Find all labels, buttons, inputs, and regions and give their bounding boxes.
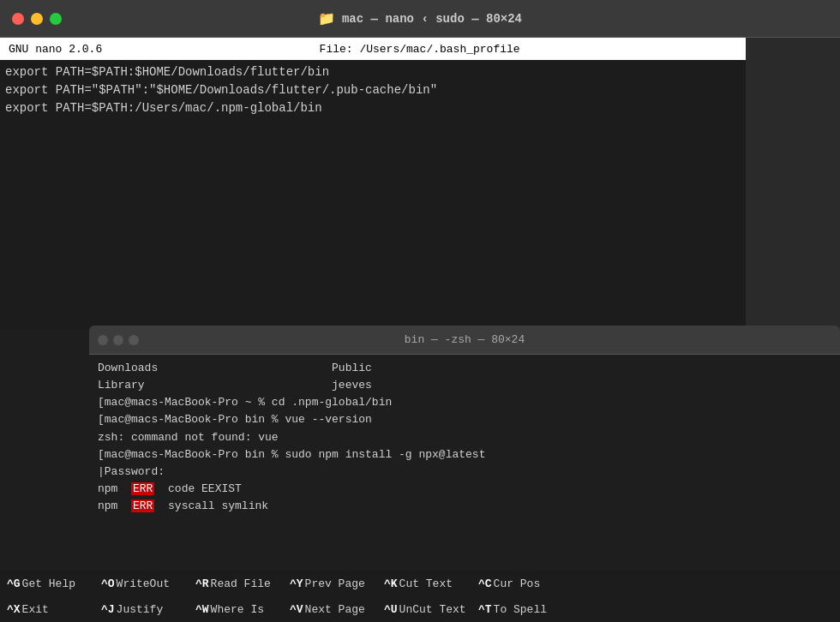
minimize-button[interactable] — [31, 13, 43, 25]
terminal-title-bar: bin — -zsh — 80×24 — [89, 326, 840, 355]
shortcut-label[interactable]: Justify — [117, 603, 164, 616]
shortcut-label[interactable]: Next Page — [305, 603, 365, 616]
shortcut-label[interactable]: WriteOut — [117, 577, 170, 590]
folder-icon: 📁 — [318, 10, 335, 27]
shortcut-key: ^W — [195, 603, 209, 616]
nano-content[interactable]: export PATH=$PATH:$HOME/Downloads/flutte… — [0, 60, 746, 329]
terminal-traffic-lights — [98, 335, 139, 345]
shortcut-item: ^WWhere Is — [192, 596, 286, 622]
shortcut-row-2: ^XExit^JJustify^WWhere Is^VNext Page^UUn… — [0, 596, 840, 622]
shortcut-key: ^Y — [290, 577, 303, 590]
shortcut-label[interactable]: Where Is — [211, 603, 264, 616]
shortcut-label[interactable]: Exit — [22, 603, 49, 616]
shortcut-item: ^GGet Help — [3, 571, 98, 596]
shortcut-key: ^T — [478, 603, 492, 616]
shortcut-label[interactable]: Read File — [211, 577, 271, 590]
title-bar: 📁 mac — nano ‹ sudo — 80×24 — [0, 0, 840, 38]
nano-filename: File: /Users/mac/.bash_profile — [102, 43, 737, 56]
shortcut-item: ^UUnCut Text — [381, 596, 475, 622]
shortcut-key: ^G — [7, 577, 21, 590]
shortcut-key: ^R — [195, 577, 209, 590]
shortcut-key: ^V — [290, 603, 303, 616]
shortcut-item: ^CCur Pos — [475, 571, 569, 596]
nano-editor[interactable]: GNU nano 2.0.6 File: /Users/mac/.bash_pr… — [0, 38, 746, 329]
shortcut-label[interactable]: Get Help — [22, 577, 75, 590]
shortcut-row-1: ^GGet Help^OWriteOut^RRead File^YPrev Pa… — [0, 571, 840, 596]
shortcut-item: ^XExit — [3, 596, 98, 622]
shortcut-key: ^O — [101, 577, 115, 590]
shortcut-key: ^K — [384, 577, 398, 590]
shortcut-item: ^KCut Text — [381, 571, 475, 596]
shortcut-label[interactable]: Cur Pos — [494, 577, 541, 590]
error-badge: ERR — [131, 499, 154, 512]
shortcut-item: ^OWriteOut — [98, 571, 192, 596]
terminal-title-text: bin — -zsh — 80×24 — [405, 333, 525, 346]
close-button[interactable] — [12, 13, 24, 25]
shortcut-label[interactable]: Prev Page — [305, 577, 365, 590]
shortcut-item: ^JJustify — [98, 596, 192, 622]
terminal-close[interactable] — [98, 335, 108, 345]
traffic-lights — [12, 13, 62, 25]
shortcut-key: ^C — [478, 577, 492, 590]
maximize-button[interactable] — [50, 13, 62, 25]
terminal-minimize[interactable] — [113, 335, 123, 345]
nano-status-bar: GNU nano 2.0.6 File: /Users/mac/.bash_pr… — [0, 38, 746, 60]
shortcut-item: ^TTo Spell — [475, 596, 569, 622]
shortcut-item: ^VNext Page — [286, 596, 381, 622]
right-panel — [746, 38, 840, 329]
shortcut-key: ^J — [101, 603, 115, 616]
shortcut-label[interactable]: Cut Text — [399, 577, 453, 590]
shortcut-item: ^YPrev Page — [286, 571, 381, 596]
nano-version: GNU nano 2.0.6 — [9, 43, 102, 56]
shortcut-label[interactable]: UnCut Text — [399, 603, 466, 616]
error-badge: ERR — [131, 482, 154, 495]
shortcut-label[interactable]: To Spell — [494, 603, 547, 616]
shortcut-key: ^X — [7, 603, 21, 616]
title-text: mac — nano ‹ sudo — 80×24 — [342, 12, 522, 26]
terminal-content[interactable]: Downloads Public Library jeeves [mac@mac… — [89, 355, 840, 571]
nano-shortcuts: ^GGet Help^OWriteOut^RRead File^YPrev Pa… — [0, 571, 840, 622]
terminal-maximize[interactable] — [129, 335, 139, 345]
window-title: 📁 mac — nano ‹ sudo — 80×24 — [318, 10, 522, 27]
shortcut-item: ^RRead File — [192, 571, 286, 596]
shortcut-key: ^U — [384, 603, 398, 616]
